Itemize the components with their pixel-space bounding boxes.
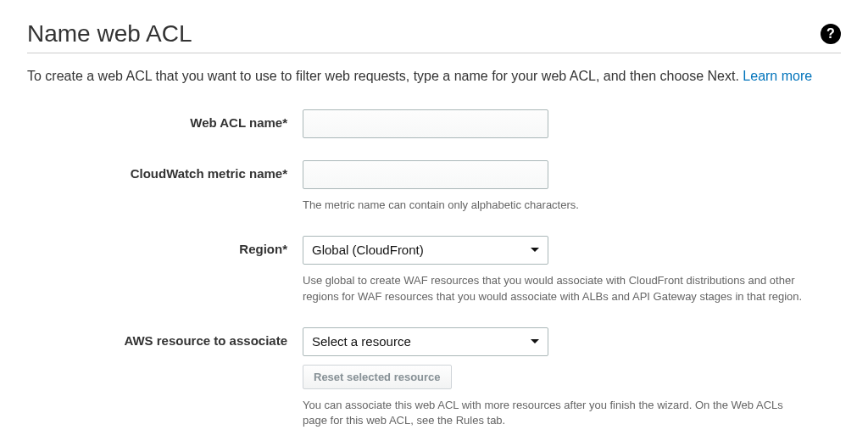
chevron-down-icon [531,339,539,343]
row-web-acl-name: Web ACL name* [27,109,841,138]
resource-select[interactable]: Select a resource [303,327,548,356]
metric-name-input[interactable] [303,160,548,189]
resource-selected-value: Select a resource [312,334,411,349]
label-col: Web ACL name* [27,109,303,138]
resource-hint: You can associate this web ACL with more… [303,398,803,430]
region-label: Region* [239,242,287,256]
region-hint: Use global to create WAF resources that … [303,273,803,305]
description-text: To create a web ACL that you want to use… [27,69,743,83]
row-resource: AWS resource to associate Select a resou… [27,327,841,430]
label-col: CloudWatch metric name* [27,160,303,214]
metric-name-hint: The metric name can contain only alphabe… [303,198,803,214]
label-col: Region* [27,236,303,305]
chevron-down-icon [531,248,539,252]
metric-name-label: CloudWatch metric name* [131,166,287,181]
input-col: Global (CloudFront) Use global to create… [303,236,820,305]
row-region: Region* Global (CloudFront) Use global t… [27,236,841,305]
learn-more-link[interactable]: Learn more [743,69,812,83]
input-col: Select a resource Reset selected resourc… [303,327,820,430]
web-acl-name-label: Web ACL name* [190,115,287,130]
page-title: Name web ACL [27,20,192,47]
input-col: The metric name can contain only alphabe… [303,160,820,214]
resource-label: AWS resource to associate [124,333,287,348]
page-header: Name web ACL ? [27,20,841,53]
help-icon[interactable]: ? [821,24,841,44]
web-acl-name-input[interactable] [303,109,548,138]
page-description: To create a web ACL that you want to use… [27,69,841,84]
reset-selected-resource-button[interactable]: Reset selected resource [303,365,452,389]
row-metric-name: CloudWatch metric name* The metric name … [27,160,841,214]
label-col: AWS resource to associate [27,327,303,430]
input-col [303,109,820,138]
region-select[interactable]: Global (CloudFront) [303,236,548,265]
region-selected-value: Global (CloudFront) [312,243,424,257]
